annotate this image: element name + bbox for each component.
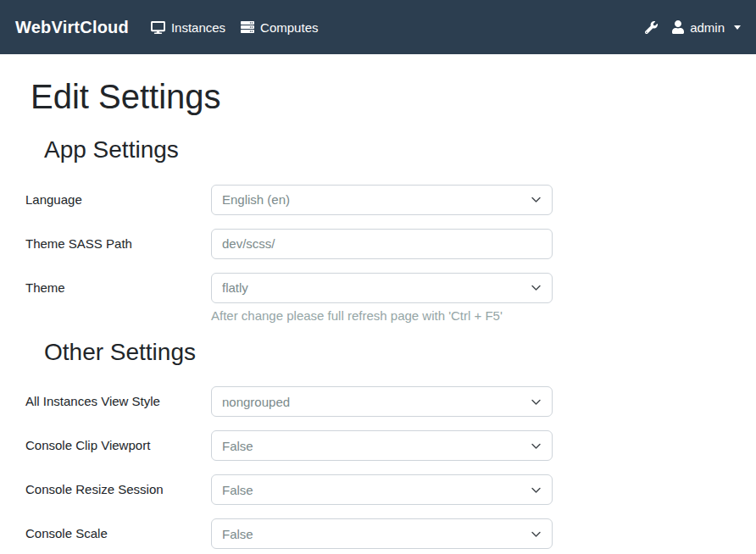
form-row-all-instances-view-style: All Instances View Style nongrouped [25, 386, 731, 417]
console-scale-select[interactable]: False [211, 518, 553, 549]
nav-item-computes[interactable]: Computes [241, 20, 318, 35]
field-label: Console Resize Session [25, 474, 211, 496]
chevron-down-icon [531, 440, 542, 452]
section-title-app-settings: App Settings [44, 136, 731, 164]
field-label: Theme SASS Path [25, 229, 211, 251]
server-icon [241, 20, 254, 34]
form-row-theme-sass-path: Theme SASS Path [25, 229, 731, 259]
select-value: False [222, 439, 253, 453]
chevron-down-icon [531, 282, 542, 293]
field-label: Language [25, 185, 211, 207]
main-nav: Instances Computes [151, 20, 334, 35]
chevron-down-icon [531, 485, 542, 496]
page-title: Edit Settings [31, 76, 731, 117]
field-label: All Instances View Style [25, 386, 211, 408]
user-menu[interactable]: admin [672, 20, 741, 35]
chevron-down-icon [531, 529, 542, 540]
chevron-down-icon [531, 396, 542, 407]
select-value: False [222, 527, 253, 541]
navbar: WebVirtCloud Instances Computes admin [0, 0, 756, 54]
select-value: False [222, 483, 253, 497]
section-title-other-settings: Other Settings [44, 338, 731, 367]
wrench-icon[interactable] [645, 21, 658, 34]
select-value: English (en) [222, 192, 290, 207]
nav-item-instances[interactable]: Instances [151, 20, 225, 35]
theme-sass-path-input[interactable] [211, 229, 553, 259]
select-value: flatly [222, 280, 248, 295]
user-icon [672, 20, 684, 34]
form-row-console-scale: Console Scale False [25, 518, 731, 549]
nav-item-label: Instances [171, 20, 225, 35]
caret-down-icon [734, 25, 741, 30]
field-label: Theme [25, 273, 211, 295]
field-label: Console Scale [25, 518, 211, 540]
chevron-down-icon [531, 194, 542, 205]
console-resize-session-select[interactable]: False [211, 474, 553, 505]
theme-select[interactable]: flatly [211, 273, 553, 303]
nav-item-label: Computes [260, 20, 318, 35]
language-select[interactable]: English (en) [211, 185, 553, 215]
field-label: Console Clip Viewport [25, 430, 211, 452]
form-row-console-clip-viewport: Console Clip Viewport False [25, 430, 731, 461]
brand-link[interactable]: WebVirtCloud [15, 18, 129, 37]
form-row-console-resize-session: Console Resize Session False [25, 474, 731, 505]
theme-help-text: After change please full refresh page wi… [211, 307, 553, 324]
select-value: nongrouped [222, 395, 290, 409]
user-label: admin [690, 20, 725, 35]
form-row-language: Language English (en) [25, 185, 731, 215]
navbar-right: admin [645, 20, 741, 35]
main-content: Edit Settings App Settings Language Engl… [0, 54, 756, 549]
desktop-icon [151, 21, 165, 34]
all-instances-view-style-select[interactable]: nongrouped [211, 386, 553, 417]
form-row-theme: Theme flatly After change please full re… [25, 273, 731, 324]
console-clip-viewport-select[interactable]: False [211, 430, 553, 461]
